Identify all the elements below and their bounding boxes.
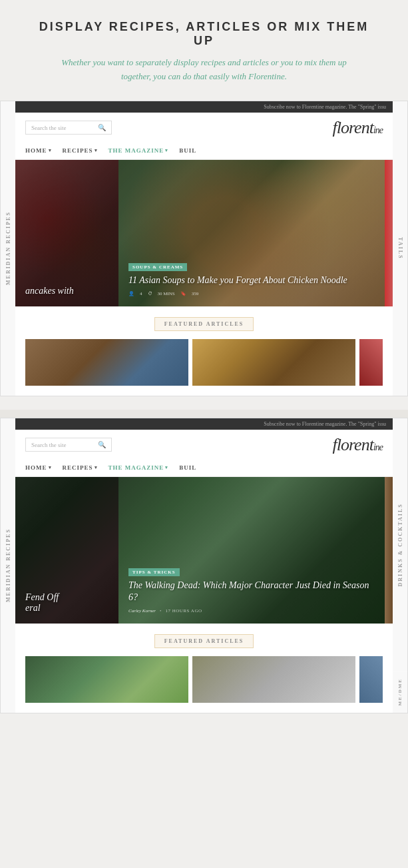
slide-left-title-2b: eral	[25, 603, 108, 614]
article-thumb-2-3[interactable]	[359, 656, 383, 703]
slide-meta-time-icon: ⏱	[148, 291, 152, 296]
hero-slide-right-1[interactable]: SOUPS & CREAMS 11 Asian Soups to Make yo…	[118, 160, 385, 306]
search-placeholder-1: Search the site	[31, 125, 95, 131]
article-thumbnails-1	[25, 339, 383, 386]
slide-left-title-1: ancakes with	[25, 286, 108, 296]
article-thumb-1-1[interactable]	[25, 339, 188, 386]
author-dot-2: •	[160, 608, 161, 614]
site-nav-2: HOME ▾ RECIPES ▾ THE MAGAZINE ▾ BUIL	[15, 460, 393, 477]
website-content-1: Subscribe now to Florentine magazine. Th…	[15, 101, 393, 396]
author-time-2: 17 HOURS AGO	[165, 608, 202, 614]
author-line-2: Carley Korner • 17 HOURS AGO	[128, 608, 375, 614]
hero-slider-1: ancakes with SOUPS & CREAMS 11 Asian Sou…	[15, 160, 393, 306]
search-icon-1: 🔍	[98, 124, 106, 131]
slide-title-2: The Walking Dead: Which Major Character …	[128, 580, 375, 604]
search-box-1[interactable]: Search the site 🔍	[25, 121, 112, 135]
sidebar-label-1: MERIDIAN RECIPES	[1, 101, 15, 396]
top-bar-text-1: Subscribe now to Florentine magazine. Th…	[264, 104, 386, 110]
slide-meta-1: 👤 4 ⏱ 30 MINS 🔖 359	[128, 291, 375, 296]
author-name-2: Carley Korner	[128, 608, 156, 614]
site-header-2: Search the site 🔍 florentine	[15, 430, 393, 460]
nav-magazine-arrow-1: ▾	[165, 148, 168, 153]
slide-meta-servings: 4	[140, 291, 142, 296]
top-bar-text-2: Subscribe now to Florentine magazine. Th…	[264, 421, 386, 427]
article-thumb-1-3[interactable]	[359, 339, 383, 386]
top-bar-1: Subscribe now to Florentine magazine. Th…	[15, 101, 393, 113]
nav-build-1[interactable]: BUIL	[179, 147, 196, 154]
featured-section-1: FEATURED ARTICLES	[15, 306, 393, 396]
featured-label-1: FEATURED ARTICLES	[154, 317, 254, 331]
search-icon-2: 🔍	[98, 441, 106, 448]
hero-slide-left-1[interactable]: ancakes with	[15, 160, 118, 306]
featured-label-wrapper-2: FEATURED ARTICLES	[25, 634, 383, 648]
slide-meta-rating-icon: 🔖	[180, 291, 186, 296]
site-nav-1: HOME ▾ RECIPES ▾ THE MAGAZINE ▾ BUIL	[15, 143, 393, 160]
nav-magazine-1[interactable]: THE MAGAZINE ▾	[108, 147, 169, 154]
website-content-2: Subscribe now to Florentine magazine. Th…	[15, 418, 393, 713]
sidebar-label-2: MERIDIAN RECIPES	[1, 418, 15, 713]
page-divider	[0, 410, 408, 418]
article-thumb-1-2[interactable]	[192, 339, 355, 386]
sidebar-label-tails: TAILS	[393, 101, 407, 396]
nav-recipes-arrow-2: ▾	[95, 465, 98, 470]
nav-recipes-1[interactable]: RECIPES ▾	[63, 147, 98, 154]
nav-home-2[interactable]: HOME ▾	[25, 464, 52, 471]
hero-slide-left-2[interactable]: Fend Off eral	[15, 477, 118, 624]
site-logo-2: florentine	[333, 435, 383, 455]
nav-home-arrow-2: ▾	[49, 465, 52, 470]
slide-partial-right-2	[385, 477, 393, 624]
page-subtitle: Whether you want to separately display r…	[51, 56, 357, 84]
slide-tag-1: SOUPS & CREAMS	[128, 263, 187, 271]
nav-home-1[interactable]: HOME ▾	[25, 147, 52, 154]
slide-meta-servings-icon: 👤	[128, 291, 134, 296]
hero-slider-2: Fend Off eral TIPS & TRICKS The Walking …	[15, 477, 393, 624]
search-placeholder-2: Search the site	[31, 442, 95, 448]
page-title: DISPLAY RECIPES, ARTICLES OR MIX THEM UP	[27, 20, 381, 48]
slide-meta-time: 30 MINS	[158, 291, 175, 296]
hero-slide-right-2[interactable]: TIPS & TRICKS The Walking Dead: Which Ma…	[118, 477, 385, 624]
slide-left-title-2a: Fend Off	[25, 592, 108, 603]
article-thumb-2-2[interactable]	[192, 656, 355, 703]
nav-recipes-2[interactable]: RECIPES ▾	[63, 464, 98, 471]
nav-magazine-2[interactable]: THE MAGAZINE ▾	[108, 464, 169, 471]
featured-label-wrapper-1: FEATURED ARTICLES	[25, 316, 383, 331]
slide-partial-right-1	[385, 160, 393, 306]
nav-recipes-arrow-1: ▾	[95, 148, 98, 153]
site-header-1: Search the site 🔍 florentine	[15, 113, 393, 143]
site-logo-1: florentine	[333, 118, 383, 138]
nav-home-arrow-1: ▾	[49, 148, 52, 153]
top-bar-2: Subscribe now to Florentine magazine. Th…	[15, 418, 393, 430]
article-thumb-2-1[interactable]	[25, 656, 188, 703]
sidebar-label-drinks: DRINKS & COCKTAILS	[393, 418, 407, 671]
featured-label-2: FEATURED ARTICLES	[154, 634, 254, 648]
slide-tag-2: TIPS & TRICKS	[128, 568, 180, 576]
search-box-2[interactable]: Search the site 🔍	[25, 438, 112, 452]
nav-build-2[interactable]: BUIL	[179, 464, 196, 471]
sidebar-right-2: DRINKS & COCKTAILS ME/DME	[393, 418, 407, 713]
article-thumbnails-2	[25, 656, 383, 703]
sidebar-label-medome: ME/DME	[393, 671, 407, 713]
slide-title-1: 11 Asian Soups to Make you Forget About …	[128, 274, 375, 286]
website-mock-1: MERIDIAN RECIPES Subscribe now to Floren…	[0, 101, 408, 396]
page-header: DISPLAY RECIPES, ARTICLES OR MIX THEM UP…	[0, 0, 408, 101]
website-mock-2: MERIDIAN RECIPES Subscribe now to Floren…	[0, 418, 408, 713]
featured-section-2: FEATURED ARTICLES	[15, 624, 393, 713]
nav-magazine-arrow-2: ▾	[165, 465, 168, 470]
slide-meta-rating: 359	[192, 291, 199, 296]
